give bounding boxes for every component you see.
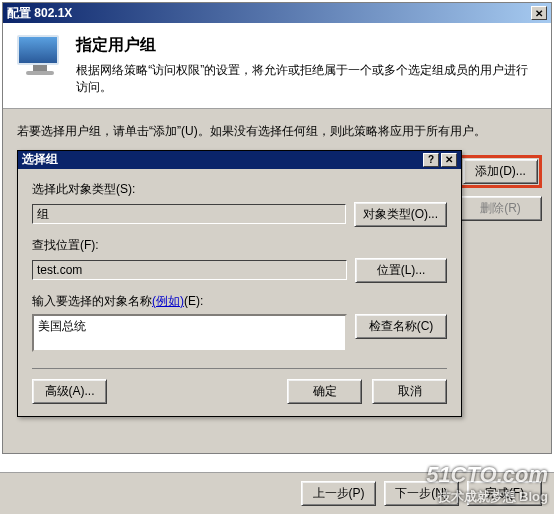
- outer-title: 配置 802.1X: [7, 5, 72, 22]
- page-heading: 指定用户组: [76, 35, 537, 56]
- inner-title: 选择组: [22, 151, 58, 168]
- config-8021x-window: 配置 802.1X ✕ 指定用户组 根据网络策略“访问权限”的设置，将允许或拒绝…: [2, 2, 552, 454]
- header-area: 指定用户组 根据网络策略“访问权限”的设置，将允许或拒绝属于一个或多个选定组成员…: [3, 23, 551, 109]
- help-icon[interactable]: ?: [423, 153, 439, 167]
- ok-button[interactable]: 确定: [287, 379, 362, 404]
- object-name-input[interactable]: [32, 314, 347, 352]
- location-label: 查找位置(F):: [32, 237, 447, 254]
- cancel-button[interactable]: 取消: [372, 379, 447, 404]
- close-icon[interactable]: ✕: [531, 6, 547, 20]
- inner-title-bar: 选择组 ? ✕: [18, 151, 461, 169]
- name-label-post: (E):: [184, 294, 203, 308]
- instruction-text: 若要选择用户组，请单击“添加”(U)。如果没有选择任何组，则此策略将应用于所有用…: [17, 123, 537, 140]
- name-label-pre: 输入要选择的对象名称: [32, 294, 152, 308]
- inner-close-icon[interactable]: ✕: [441, 153, 457, 167]
- add-button-highlight: 添加(D)...: [459, 155, 542, 188]
- outer-title-bar: 配置 802.1X ✕: [3, 3, 551, 23]
- add-button[interactable]: 添加(D)...: [463, 159, 538, 184]
- object-type-label: 选择此对象类型(S):: [32, 181, 447, 198]
- prev-button[interactable]: 上一步(P): [301, 481, 376, 506]
- object-type-field: [32, 204, 346, 224]
- advanced-button[interactable]: 高级(A)...: [32, 379, 107, 404]
- monitor-icon: [17, 35, 62, 75]
- next-button[interactable]: 下一步(N): [384, 481, 459, 506]
- select-group-dialog: 选择组 ? ✕ 选择此对象类型(S): 对象类型(O)... 查找位置(F): …: [17, 150, 462, 417]
- object-type-button[interactable]: 对象类型(O)...: [354, 202, 447, 227]
- wizard-button-bar: 上一步(P) 下一步(N) 完成(F): [0, 472, 554, 514]
- content-area: 若要选择用户组，请单击“添加”(U)。如果没有选择任何组，则此策略将应用于所有用…: [3, 109, 551, 453]
- location-field: [32, 260, 347, 280]
- location-button[interactable]: 位置(L)...: [355, 258, 447, 283]
- check-names-button[interactable]: 检查名称(C): [355, 314, 447, 339]
- page-description: 根据网络策略“访问权限”的设置，将允许或拒绝属于一个或多个选定组成员的用户进行访…: [76, 62, 537, 96]
- finish-button[interactable]: 完成(F): [467, 481, 542, 506]
- remove-button: 删除(R): [459, 196, 542, 221]
- example-link[interactable]: (例如): [152, 294, 184, 308]
